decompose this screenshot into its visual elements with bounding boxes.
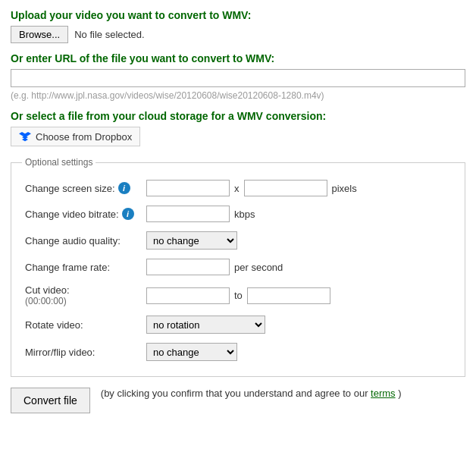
url-input[interactable] — [11, 69, 465, 87]
audio-quality-label: Change audio quality: — [22, 227, 143, 254]
url-example: (e.g. http://www.jpl.nasa.gov/videos/wis… — [11, 90, 465, 101]
upload-row: Browse... No file selected. — [11, 26, 465, 43]
frame-rate-row: Change frame rate: per second — [22, 254, 454, 280]
screen-size-label-group: Change screen size: i — [25, 182, 140, 194]
frame-rate-input[interactable] — [146, 259, 230, 275]
size-inputs: x pixels — [146, 180, 451, 196]
frame-rate-label: Change frame rate: — [22, 254, 143, 280]
mirror-video-row: Mirror/flip video: no change flip horizo… — [22, 338, 454, 366]
url-title: Or enter URL of the file you want to con… — [11, 52, 465, 64]
bitrate-label: Change video bitrate: — [25, 209, 119, 220]
optional-settings: Optional settings Change screen size: i … — [11, 157, 465, 377]
framerate-input-row: per second — [146, 259, 451, 275]
terms-prefix: (by clicking you confirm that you unders… — [101, 388, 368, 399]
convert-button[interactable]: Convert file — [11, 388, 90, 413]
cloud-title: Or select a file from your cloud storage… — [11, 110, 465, 122]
cut-inputs: to — [146, 287, 451, 304]
cut-video-row: Cut video: (00:00:00) to — [22, 280, 454, 311]
terms-text: (by clicking you confirm that you unders… — [101, 388, 402, 399]
rotate-video-row: Rotate video: no rotation 90° clockwise … — [22, 311, 454, 338]
cut-label-group: Cut video: (00:00:00) — [25, 284, 140, 306]
audio-quality-select[interactable]: no change very low low medium high very … — [146, 231, 237, 250]
terms-close: ) — [398, 388, 401, 399]
upload-section: Upload your video you want to convert to… — [11, 9, 465, 43]
terms-link[interactable]: terms — [371, 388, 396, 399]
dropbox-label: Choose from Dropbox — [36, 131, 132, 143]
bitrate-input-row: kbps — [146, 206, 451, 222]
settings-table: Change screen size: i x pixels — [22, 175, 454, 366]
cut-label: Cut video: — [25, 284, 140, 296]
dropbox-icon — [19, 130, 31, 143]
rotate-select[interactable]: no rotation 90° clockwise 90° counter-cl… — [146, 316, 265, 334]
dropbox-row: Choose from Dropbox — [11, 127, 465, 146]
audio-quality-row: Change audio quality: no change very low… — [22, 227, 454, 254]
kbps-label: kbps — [234, 209, 255, 220]
mirror-select[interactable]: no change flip horizontally flip vertica… — [146, 343, 237, 361]
dropbox-button[interactable]: Choose from Dropbox — [11, 127, 140, 146]
bitrate-label-group: Change video bitrate: i — [25, 208, 140, 220]
bitrate-row: Change video bitrate: i kbps — [22, 201, 454, 227]
url-section: Or enter URL of the file you want to con… — [11, 52, 465, 101]
no-file-label: No file selected. — [74, 29, 145, 40]
pixels-label: pixels — [332, 183, 357, 194]
screen-size-info-icon[interactable]: i — [118, 182, 130, 194]
cut-start-input[interactable] — [146, 287, 230, 304]
rotate-label: Rotate video: — [22, 311, 143, 338]
bitrate-input[interactable] — [146, 206, 230, 222]
upload-title: Upload your video you want to convert to… — [11, 9, 465, 21]
screen-width-input[interactable] — [146, 180, 230, 196]
cut-to-label: to — [234, 290, 243, 301]
cloud-section: Or select a file from your cloud storage… — [11, 110, 465, 146]
screen-size-label: Change screen size: — [25, 183, 115, 194]
per-second-label: per second — [234, 262, 283, 273]
bitrate-info-icon[interactable]: i — [122, 208, 134, 220]
screen-size-row: Change screen size: i x pixels — [22, 175, 454, 201]
cut-end-input[interactable] — [247, 287, 330, 304]
x-separator: x — [234, 183, 240, 194]
browse-button[interactable]: Browse... — [11, 26, 68, 43]
cut-hint: (00:00:00) — [25, 296, 140, 306]
mirror-label: Mirror/flip video: — [22, 338, 143, 366]
optional-legend: Optional settings — [22, 157, 96, 168]
screen-height-input[interactable] — [244, 180, 327, 196]
convert-row: Convert file (by clicking you confirm th… — [11, 388, 465, 413]
